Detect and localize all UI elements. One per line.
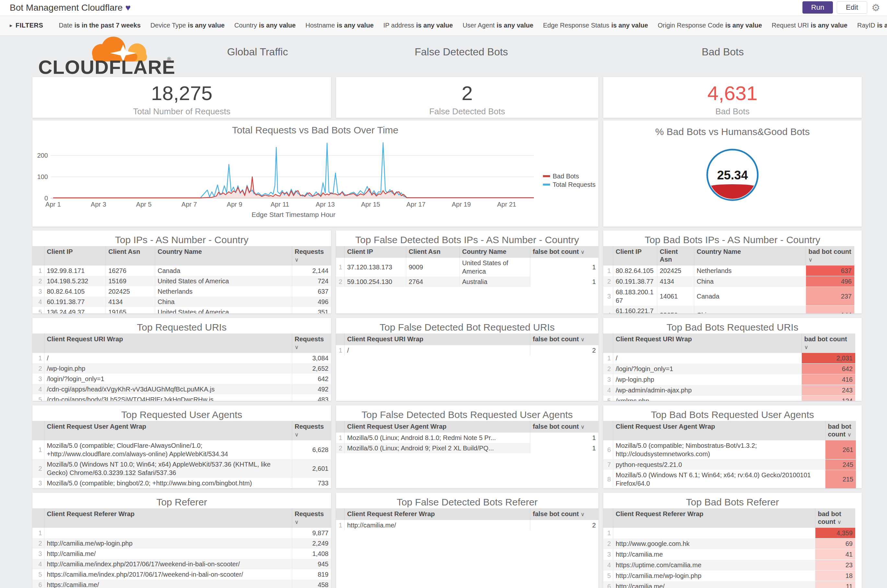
data-table: Client IPClient AsnCountry Namebad bot c…	[603, 246, 854, 314]
table-row: 1/2	[336, 345, 598, 356]
filter-field-value: is any value	[416, 22, 453, 29]
column-header-sorted[interactable]: bad bot count ∨	[801, 333, 855, 353]
rank-column-header	[603, 333, 613, 353]
table-cell: http://camilia.me/wp-login.php	[44, 538, 292, 549]
column-header-sorted[interactable]: false bot count ∨	[530, 508, 598, 520]
filter-chip[interactable]: Hostnameis any value	[305, 22, 374, 29]
filter-chip[interactable]: User Agentis any value	[463, 22, 533, 29]
filter-chip[interactable]: Dateis in the past 7 weeks	[59, 22, 141, 29]
run-button[interactable]: Run	[803, 1, 833, 14]
sort-caret-icon[interactable]: ∨	[809, 257, 812, 263]
column-header[interactable]: Client Asn	[406, 246, 459, 258]
filter-field-value: is any value	[497, 22, 533, 29]
row-rank: 1	[32, 266, 44, 276]
column-header-sorted[interactable]: Requests ∨	[292, 508, 331, 528]
filter-chip[interactable]: Origin Response Codeis any value	[658, 22, 762, 29]
column-header-sorted[interactable]: bad bot count ∨	[806, 246, 854, 266]
column-header-sorted[interactable]: Requests ∨	[292, 421, 331, 440]
table-value-cell: 215	[825, 470, 856, 488]
row-rank: 1	[32, 353, 44, 363]
y-tick-label: 200	[37, 152, 48, 159]
filter-field-name: User Agent	[463, 22, 495, 29]
filter-field-value: is in the past 7 weeks	[75, 22, 141, 29]
gear-icon[interactable]: ⚙	[872, 2, 880, 13]
column-header[interactable]: Client Asn	[657, 246, 694, 266]
column-header-sorted[interactable]: Requests ∨	[292, 246, 331, 266]
sort-caret-icon[interactable]: ∨	[837, 519, 841, 525]
sort-caret-icon[interactable]: ∨	[848, 432, 851, 438]
filter-chip[interactable]: Request URIis any value	[772, 22, 848, 29]
table-value-cell: 2,601	[292, 459, 331, 478]
column-header[interactable]: Client Request Referer Wrap	[613, 508, 815, 528]
column-header-sorted[interactable]: bad bot count ∨	[815, 508, 855, 528]
rank-column-header	[32, 421, 44, 440]
filter-field-name: RayID	[857, 22, 875, 29]
row-rank: 4	[603, 306, 613, 314]
filter-chip[interactable]: Device Typeis any value	[150, 22, 224, 29]
filters-label[interactable]: FILTERS	[15, 22, 43, 29]
column-header[interactable]: Country Name	[459, 246, 530, 258]
sort-caret-icon[interactable]: ∨	[580, 424, 585, 430]
column-header[interactable]: Client Request URI Wrap	[44, 333, 292, 353]
column-header-sorted[interactable]: bad bot count ∨	[825, 421, 856, 440]
table-row: 2/wp-login.php2,652	[32, 363, 331, 374]
data-table: Client Request Referer WrapRequests ∨19,…	[32, 508, 331, 588]
table-cell: http://camilia.me/	[613, 581, 815, 588]
column-header-sorted[interactable]: false bot count ∨	[530, 333, 598, 345]
column-header[interactable]: Client Request Referer Wrap	[44, 508, 292, 528]
filter-chip[interactable]: RayIDis any value	[857, 22, 887, 29]
column-header[interactable]: Client IP	[44, 246, 105, 266]
column-header[interactable]: Client Asn	[105, 246, 155, 266]
table-row: 2/login/?login_only=1642	[603, 364, 855, 374]
sort-caret-icon[interactable]: ∨	[580, 336, 585, 343]
sort-caret-icon[interactable]: ∨	[295, 519, 299, 525]
legend-label[interactable]: Bad Bots	[553, 172, 579, 180]
filter-chip[interactable]: Countryis any value	[234, 22, 295, 29]
sort-caret-icon[interactable]: ∨	[580, 249, 585, 255]
legend-label[interactable]: Total Requests	[553, 181, 595, 188]
column-header-sorted[interactable]: false bot count ∨	[530, 246, 598, 258]
sort-caret-icon[interactable]: ∨	[580, 511, 585, 518]
column-header[interactable]: Client Request User Agent Wrap	[344, 421, 530, 433]
column-header[interactable]: Client Request Referer Wrap	[344, 508, 530, 520]
row-rank: 2	[603, 538, 613, 549]
sort-caret-icon[interactable]: ∨	[295, 432, 299, 438]
filter-chip[interactable]: Edge Response Statusis any value	[543, 22, 648, 29]
rank-column-header	[336, 246, 344, 258]
column-header[interactable]: Client Request URI Wrap	[613, 333, 801, 353]
filters-expand-icon[interactable]: ▸	[10, 22, 12, 28]
sort-caret-icon[interactable]: ∨	[295, 257, 299, 263]
sort-caret-icon[interactable]: ∨	[295, 344, 299, 350]
row-rank: 1	[336, 520, 344, 530]
column-header[interactable]: Client IP	[344, 246, 406, 258]
column-header[interactable]: Country Name	[694, 246, 806, 266]
filter-bar: ▸ FILTERS Dateis in the past 7 weeksDevi…	[0, 15, 887, 36]
row-rank: 5	[32, 569, 44, 580]
table-title: Top Requested User Agents	[32, 405, 331, 418]
data-table: Client Request URI WrapRequests ∨1/3,084…	[32, 333, 331, 401]
x-tick-label: Apr 9	[227, 201, 242, 208]
table-value-cell: 3,084	[292, 353, 331, 363]
table-cell: 16276	[105, 266, 155, 276]
kpi-card-total-requests: 18,275 Total Number of Requests	[32, 77, 331, 118]
column-header[interactable]: Country Name	[155, 246, 292, 266]
table-value-cell: 237	[806, 287, 854, 306]
column-header[interactable]: Client Request User Agent Wrap	[44, 421, 292, 440]
column-header[interactable]: Client Request URI Wrap	[344, 333, 530, 345]
bad-bots-percentage-gauge[interactable]: 25.34	[700, 142, 765, 207]
column-header[interactable]: Client IP	[613, 246, 657, 266]
table-title: Top False Detected Bots Referer	[336, 493, 598, 506]
table-value-cell: 1	[530, 433, 598, 443]
sort-caret-icon[interactable]: ∨	[804, 344, 808, 350]
filter-chip[interactable]: IP addressis any value	[383, 22, 453, 29]
table-card: Top Bad Bots Requested URIsClient Reques…	[603, 318, 862, 401]
column-header-sorted[interactable]: false bot count ∨	[530, 421, 598, 433]
column-header-sorted[interactable]: Requests ∨	[292, 333, 331, 353]
table-value-cell: 2,031	[801, 353, 855, 364]
table-row: 461.160.221.7323650China144	[603, 306, 854, 314]
table-cell: /cdn-cgi/apps/head/xVgyKhR-vV3dAUGhMqfBc…	[44, 384, 292, 394]
requests-vs-badbots-chart[interactable]: 0100200Apr 1Apr 3Apr 5Apr 7Apr 9Apr 11Ap…	[32, 120, 598, 226]
column-header[interactable]: Client Request User Agent Wrap	[613, 421, 825, 440]
table-value-cell: 351	[292, 307, 331, 314]
edit-button[interactable]: Edit	[837, 1, 867, 14]
